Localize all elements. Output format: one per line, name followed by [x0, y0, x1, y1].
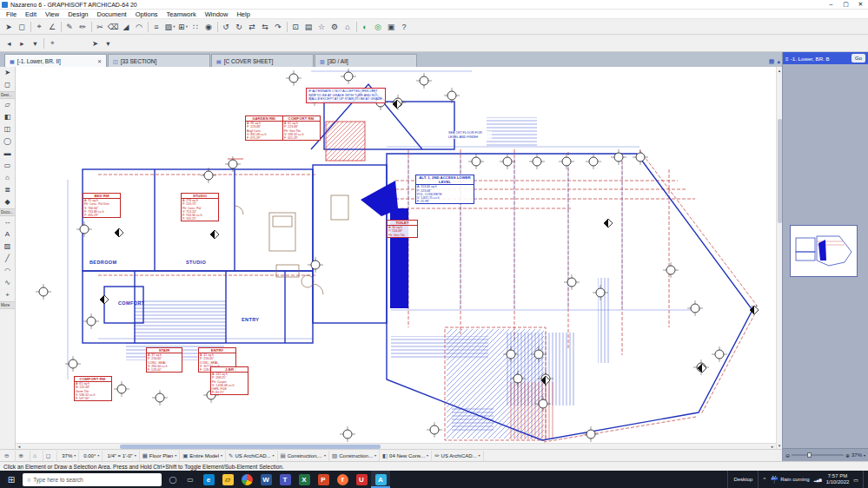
taskbar-folder-icon[interactable]: ▱: [218, 471, 237, 488]
renovation-filter-select[interactable]: ◧04 New Cons...▾: [380, 451, 432, 461]
toolbar-icon[interactable]: [43, 38, 44, 49]
layer-combination-select[interactable]: ▤Construction,...▾: [278, 451, 330, 461]
taskbar-search[interactable]: ○ Type here to search: [23, 473, 162, 486]
nav-zoom-slider[interactable]: [792, 454, 844, 456]
door-tool[interactable]: ◧: [0, 111, 15, 123]
settings-icon[interactable]: ⚙: [328, 20, 341, 33]
line-tool[interactable]: ╱: [0, 253, 15, 265]
trim-icon[interactable]: ◢: [120, 20, 133, 33]
maximize-button[interactable]: ▢: [838, 1, 853, 8]
taskbar-firefox-icon[interactable]: f: [333, 471, 352, 488]
menu-item[interactable]: Help: [232, 10, 254, 18]
publish-icon[interactable]: ◎: [372, 20, 385, 33]
cortana-icon[interactable]: ◯: [164, 476, 182, 484]
spline-tool[interactable]: ∿: [0, 277, 15, 289]
floor-plan-canvas[interactable]: IF ALTERNATE 1 NOT ACCEPTED THIS LEFT SI…: [16, 67, 776, 443]
magnet-icon[interactable]: ◉: [202, 20, 215, 33]
desktop-toolbar-label[interactable]: Desktop: [727, 471, 759, 488]
taskbar-word-icon[interactable]: W: [256, 471, 275, 488]
favorites-select[interactable]: ✏US ArchiCAD...▾: [432, 451, 483, 461]
toolbar-icon[interactable]: [356, 22, 357, 32]
taskbar-archicad-icon[interactable]: A: [371, 471, 390, 488]
start-button[interactable]: ⊞: [0, 471, 23, 488]
taskbar-excel-icon[interactable]: X: [295, 471, 314, 488]
zoom-out-button[interactable]: ⊖: [2, 451, 16, 461]
task-view-icon[interactable]: ▭: [182, 476, 199, 484]
toolbar-icon[interactable]: [91, 22, 92, 32]
pen-set-select[interactable]: ✎US ArchiCAD...▾: [226, 451, 277, 461]
network-icon[interactable]: ▂▄▆: [814, 478, 822, 482]
toolbar-icon[interactable]: [217, 22, 218, 32]
view-select[interactable]: ▦Floor Plan▾: [140, 451, 181, 461]
horizontal-scrollbar[interactable]: ◂ ▸: [16, 443, 776, 449]
menu-item[interactable]: Edit: [21, 10, 41, 18]
redo-icon[interactable]: ↻: [233, 20, 246, 33]
tab-section[interactable]: ◫ [33 SECTION]: [108, 54, 210, 67]
toolbar-icon[interactable]: [148, 22, 149, 32]
undo-icon[interactable]: ↺: [220, 20, 233, 33]
nav-zoom-in-icon[interactable]: ⊕: [845, 452, 850, 458]
zoom-in-button[interactable]: ⊕: [16, 451, 30, 461]
tray-chevron-icon[interactable]: ^: [763, 477, 765, 482]
menu-item[interactable]: Design: [63, 10, 92, 18]
angle-snap-icon[interactable]: ∠: [46, 20, 59, 33]
grid-icon[interactable]: ⊞▾: [176, 20, 189, 33]
marquee-tool[interactable]: ◻: [0, 79, 15, 91]
stair-tool[interactable]: ≣: [0, 184, 15, 196]
toolbar-icon[interactable]: [287, 22, 288, 32]
tab-lower-plan[interactable]: ▦ [-1. Lower, BR. II] ✕: [4, 54, 107, 67]
mirror-icon[interactable]: ⇆: [259, 20, 272, 33]
fill-display-select[interactable]: ▨Construction...▾: [329, 451, 380, 461]
notification-center-icon[interactable]: ▭: [853, 477, 858, 483]
origin-icon[interactable]: ⌖: [46, 36, 59, 49]
library-icon[interactable]: ⌂: [341, 20, 354, 33]
hscroll-thumb[interactable]: [120, 445, 381, 449]
arc-tool[interactable]: ◠: [0, 265, 15, 277]
scissors-icon[interactable]: ✂: [94, 20, 107, 33]
marquee-tool-icon[interactable]: ◻: [16, 20, 29, 33]
zoom-level-select[interactable]: 37%▾: [57, 451, 79, 461]
nav-back-icon[interactable]: ◂: [3, 36, 16, 49]
pen-icon[interactable]: ✏: [76, 20, 89, 33]
rotate-icon[interactable]: ↷: [272, 20, 285, 33]
layers-icon[interactable]: ▤: [302, 20, 315, 33]
menu-item[interactable]: Options: [131, 10, 162, 18]
wall-tool[interactable]: ▱: [0, 99, 15, 111]
taskbar-teams-icon[interactable]: T: [275, 471, 295, 488]
taskbar-clock[interactable]: 7:57 PM 1/10/2022: [826, 473, 850, 486]
nav-zoom-level[interactable]: 37%: [851, 452, 862, 458]
dimension-tool[interactable]: ↔: [0, 216, 15, 228]
toolbar-icon[interactable]: [30, 22, 31, 32]
camera-icon[interactable]: ▣: [385, 20, 398, 33]
taskbar-edge-icon[interactable]: e: [199, 471, 218, 488]
vscroll-thumb[interactable]: [778, 119, 782, 223]
fill-tool[interactable]: ▨: [0, 241, 15, 253]
object-tool[interactable]: ◆: [0, 196, 15, 208]
scale-select[interactable]: 1/4" = 1'-0"▾: [103, 451, 139, 461]
weather-widget[interactable]: ☔ Rain coming: [770, 476, 809, 484]
default-arrow-icon[interactable]: ➤: [89, 36, 102, 49]
scroll-down-icon[interactable]: ▾: [777, 442, 782, 449]
column-tool[interactable]: ◯: [0, 135, 15, 148]
move-icon[interactable]: ⇄: [246, 20, 259, 33]
fillet-icon[interactable]: ◠: [133, 20, 146, 33]
window-tool[interactable]: ◫: [0, 123, 15, 135]
taskbar-chrome-icon[interactable]: [237, 471, 256, 488]
scroll-left-icon[interactable]: ◂: [16, 444, 23, 449]
text-tool[interactable]: A: [0, 228, 15, 241]
scroll-up-icon[interactable]: ▴: [777, 67, 782, 74]
nav-forward-icon[interactable]: ▸: [16, 36, 29, 49]
menu-item[interactable]: Teamwork: [162, 10, 201, 18]
hotspot-tool[interactable]: +: [0, 289, 15, 301]
tab-id-all[interactable]: ▥ [3D / All]: [315, 54, 417, 67]
beam-tool[interactable]: ▬: [0, 148, 15, 160]
teamwork-icon[interactable]: ◐: [359, 20, 372, 33]
eraser-icon[interactable]: ⌫: [107, 20, 120, 33]
model-filter-select[interactable]: ▣Entire Model▾: [180, 451, 226, 461]
zoom-box-button[interactable]: ◻: [43, 451, 57, 461]
group-icon[interactable]: ⊡: [289, 20, 302, 33]
guideline-icon[interactable]: ⌖: [33, 20, 46, 33]
navigator-go-button[interactable]: Go: [851, 54, 865, 63]
pointer-tool-icon[interactable]: ➤: [3, 20, 16, 33]
navigator-preview[interactable]: [790, 225, 858, 277]
